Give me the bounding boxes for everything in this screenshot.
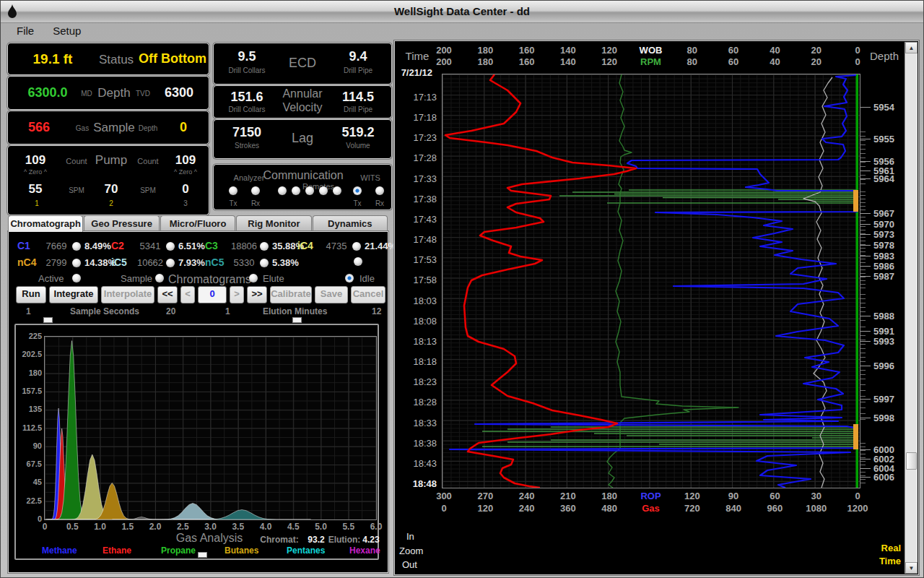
button-Calibrate[interactable]: Calibrate [270,286,312,303]
remote-led-2 [292,186,300,195]
chart-position-handle[interactable] [198,552,207,558]
depth-minor-tick [860,413,866,414]
rpm-tick-60: 60 [728,56,738,67]
depth-minor-tick [860,357,866,358]
depth-minor-tick [860,153,866,154]
zoom-in-button[interactable]: In [406,531,414,542]
depth-minor-tick [860,288,866,288]
chrom-x-tick-0: 0 [43,522,48,532]
elution-slider-handle[interactable] [292,317,302,323]
gas-tick-0: 0 [441,503,446,514]
depth-scrollbar[interactable]: ▲ ▼ [905,42,918,574]
button-Save[interactable]: Save [315,286,348,303]
depth-minor-tick [860,320,866,321]
depth-minor-tick [860,149,866,150]
rop-tick-270: 270 [477,491,493,501]
depth-tick-5978 [860,245,871,246]
counter-field[interactable]: 0 [198,286,227,303]
depth-minor-tick [860,379,866,379]
pump-number-1: 1 [35,199,39,207]
gas-value-nC5: 5330 [228,257,260,268]
gas-tick-840: 840 [725,503,741,514]
depth-minor-tick [860,353,866,353]
tab-micro-fluoro[interactable]: Micro/Fluoro [160,215,235,232]
chrom-y-tick-112.5: 112.5 [17,423,42,432]
depth-minor-tick [860,390,866,391]
depth-axis-title: Depth [870,50,899,62]
wob-tick-160: 160 [519,45,535,56]
app-window: WellSight Data Center - dd FileSetup 19.… [0,0,924,578]
time-label-18:03: 18:03 [396,296,437,306]
depth-minor-tick [860,237,866,238]
pump-zero-left[interactable]: ^ Zero ^ [24,168,47,176]
button-Interpolate[interactable]: Interpolate [101,286,154,303]
lag-left-value: 7150 [232,125,261,140]
pump-number-2: 2 [109,199,113,207]
comm-wits-tx-label: Tx [353,199,361,207]
depth-minor-tick [860,220,866,221]
scroll-up-button[interactable]: ▲ [905,42,918,53]
gas-led-C3 [260,242,269,251]
wits-tx-led [353,186,362,195]
strip-chart-panel: Time Depth 200180160140120WOB806040200 2… [394,40,919,575]
status-label: Status [99,53,134,67]
annular-left-value: 151.6 [230,90,263,105]
depth-minor-tick [860,348,866,349]
scrollbar-thumb[interactable] [906,452,917,470]
chrom-x-tick-4.0: 4.0 [260,522,272,532]
rpm-tick-120: 120 [601,56,617,67]
gas-led-nC5 [260,259,269,267]
lag-panel: 7150 Strokes Lag 519.2 Volume [213,119,392,159]
time-label-17:48: 17:48 [396,234,437,245]
rpm-tick-40: 40 [770,56,780,67]
pump-zero-right[interactable]: ^ Zero ^ [174,168,197,176]
gas-led-iC5 [166,259,175,267]
time-label-17:13: 17:13 [396,92,437,103]
menu-item-file[interactable]: File [14,23,37,38]
rop-tick-210: 210 [560,491,576,501]
button-prev[interactable]: < [180,286,195,303]
pump-count-right: 109 [175,153,196,168]
wob-tick-40: 40 [770,45,780,56]
wob-tick-120: 120 [601,45,617,56]
tab-geo-pressure[interactable]: Geo Pressure [84,215,159,232]
button-Cancel[interactable]: Cancel [351,286,385,303]
depth-minor-tick [860,479,866,480]
title-bar[interactable]: WellSight Data Center - dd [1,1,923,23]
zoom-zoom-button[interactable]: Zoom [399,545,423,556]
gas-name-C1: C1 [17,240,40,251]
gas-tick-1080: 1080 [806,503,827,514]
tab-rig-monitor[interactable]: Rig Monitor [236,215,311,232]
chrom-y-tick-0: 0 [17,514,42,523]
log-plot-area[interactable] [442,74,860,488]
depth-minor-tick [860,277,866,277]
pump-panel: 109 Count Pump Count 109 ^ Zero ^ ^ Zero… [7,145,209,215]
depth-label-5988: 5988 [873,311,894,322]
gas-tick-240: 240 [519,503,535,514]
depth-label: Depth [97,86,130,100]
button-last[interactable]: >> [247,286,267,303]
wob-tick-20: 20 [811,45,821,56]
depth-label-5954: 5954 [873,102,894,113]
tab-dynamics[interactable]: Dynamics [313,215,388,232]
tab-chromatograph[interactable]: Chromatograph [8,215,83,232]
depth-minor-tick [860,171,866,171]
gas-led-nC4 [72,259,81,267]
depth-minor-tick [860,255,866,256]
mode-led-elute-left [249,274,258,282]
remote-led-3 [305,186,314,195]
button-next[interactable]: > [230,286,244,303]
legend-propane: Propane [161,545,196,556]
depth-minor-tick [860,199,866,199]
rop-tick-30: 30 [811,491,821,501]
scroll-down-button[interactable]: ▼ [905,562,918,574]
button-Run[interactable]: Run [16,286,46,303]
button-first[interactable]: << [157,286,178,303]
menu-item-setup[interactable]: Setup [50,23,84,38]
depth-minor-tick [860,331,866,332]
depth-minor-tick [860,457,866,458]
zoom-out-button[interactable]: Out [402,559,417,570]
button-Integrate[interactable]: Integrate [49,286,98,303]
gas-name-iC5: iC5 [111,256,134,268]
sample-slider-handle[interactable] [43,317,53,323]
